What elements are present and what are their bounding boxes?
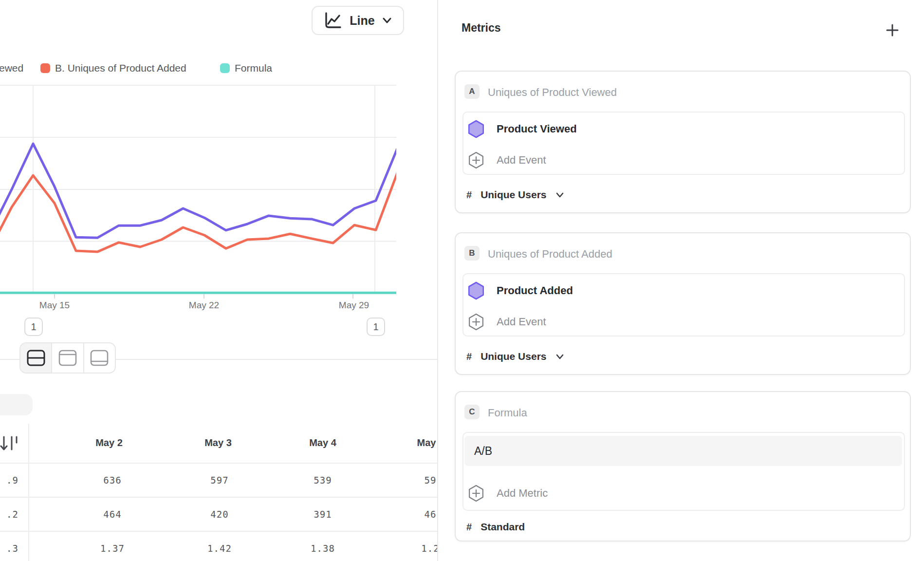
legend-swatch (40, 63, 50, 73)
legend-item-label[interactable]: ewed (0, 62, 23, 74)
sort-descending-icon[interactable] (0, 435, 19, 453)
metric-letter-chip: B (464, 246, 480, 261)
table-cell-frozen: .3 (0, 543, 18, 554)
annotation-badge[interactable]: 1 (367, 318, 385, 336)
x-axis-label: May 29 (325, 300, 383, 311)
table-column-header[interactable]: May (388, 437, 437, 449)
layout-toggle-split-row-layout-icon[interactable] (20, 343, 51, 373)
frozen-column-border (28, 424, 29, 561)
metric-card-title: Uniques of Product Added (488, 248, 612, 261)
metric-type-row[interactable]: #Unique Users (466, 189, 564, 201)
number-type-icon: # (466, 189, 472, 201)
table-cell: 1.2 (391, 543, 437, 554)
legend-item-label[interactable]: Formula (235, 62, 272, 74)
event-row[interactable]: Product Viewed (467, 119, 577, 139)
table-cell-frozen: .2 (0, 509, 18, 520)
chart-section: Line ewedB. Uniques of Product AddedForm… (0, 0, 437, 561)
metric-card-title: Formula (488, 407, 527, 419)
chart-type-label: Line (350, 14, 374, 28)
table-cell: 464 (74, 509, 151, 520)
measurement-label: Unique Users (480, 351, 546, 362)
table-cell: 46 (391, 509, 437, 520)
add-label: Add Metric (497, 487, 548, 500)
event-name: Product Added (497, 284, 573, 297)
table-cell-frozen: .9 (0, 475, 18, 486)
table-rule (0, 531, 437, 532)
hexagon-icon (467, 281, 485, 300)
pane-divider (437, 0, 438, 561)
series-a-uniques-of-product-viewed (0, 144, 396, 238)
table-toolbar-button[interactable] (0, 394, 33, 415)
legend-item-label[interactable]: B. Uniques of Product Added (55, 62, 186, 74)
measurement-label: Standard (480, 521, 525, 533)
table-column-header[interactable]: May 4 (284, 437, 362, 449)
line-chart[interactable] (0, 83, 396, 304)
analytics-report-view: Line ewedB. Uniques of Product AddedForm… (0, 0, 924, 561)
plus-icon[interactable] (885, 23, 900, 37)
metric-type-row[interactable]: #Unique Users (466, 351, 564, 362)
table-cell: 597 (181, 475, 259, 486)
layout-toggle (19, 342, 116, 374)
event-row[interactable]: Product Added (467, 281, 573, 300)
metric-card-b: BUniques of Product AddedProduct AddedAd… (455, 232, 911, 375)
measurement-label: Unique Users (480, 189, 546, 201)
table-cell: 59 (391, 475, 437, 486)
metric-card-c: CFormulaA/BAdd Metric#Standard (455, 391, 911, 542)
metric-card-a: AUniques of Product ViewedProduct Viewed… (455, 71, 911, 213)
table-cell: 420 (181, 509, 259, 520)
panel-title: Metrics (462, 21, 501, 35)
table-cell: 1.37 (74, 543, 151, 554)
hexagon-plus-icon (467, 312, 485, 332)
chart-type-selector[interactable]: Line (312, 6, 404, 35)
formula-value: A/B (474, 445, 492, 458)
table-column-header[interactable]: May 2 (70, 437, 148, 449)
legend-swatch (220, 63, 230, 73)
add-label: Add Event (497, 316, 546, 328)
metric-card-title: Uniques of Product Viewed (488, 86, 617, 99)
event-name: Product Viewed (497, 123, 577, 135)
metric-letter-chip: A (464, 84, 480, 99)
table-cell: 636 (74, 475, 151, 486)
table-column-header[interactable]: May 3 (179, 437, 257, 449)
table-cell: 539 (284, 475, 362, 486)
number-type-icon: # (466, 522, 472, 533)
layout-toggle-header-row-layout-icon[interactable] (51, 343, 83, 373)
table-rule (0, 497, 437, 498)
metric-type-row[interactable]: #Standard (466, 521, 525, 533)
chevron-down-icon (382, 17, 392, 24)
chevron-down-icon (555, 354, 564, 360)
add-row[interactable]: Add Metric (467, 484, 548, 503)
table-cell: 1.42 (181, 543, 259, 554)
annotation-badge[interactable]: 1 (24, 318, 43, 336)
chevron-down-icon (555, 192, 564, 198)
metric-letter-chip: C (464, 405, 480, 419)
x-axis-label: May 15 (25, 300, 84, 311)
line-chart-icon (323, 11, 343, 30)
formula-input[interactable]: A/B (464, 436, 902, 466)
add-row[interactable]: Add Event (467, 150, 546, 170)
add-label: Add Event (497, 154, 546, 167)
x-axis-label: May 22 (175, 300, 233, 311)
hexagon-icon (467, 119, 485, 139)
series-b-uniques-of-product-added (0, 173, 396, 252)
table-cell: 391 (284, 509, 362, 520)
hexagon-plus-icon (467, 150, 485, 170)
table-cell: 1.38 (284, 543, 362, 554)
layout-toggle-footer-row-layout-icon[interactable] (83, 343, 115, 373)
add-row[interactable]: Add Event (467, 312, 546, 332)
hexagon-plus-icon (467, 484, 485, 503)
number-type-icon: # (466, 351, 472, 362)
table-rule (0, 463, 437, 464)
